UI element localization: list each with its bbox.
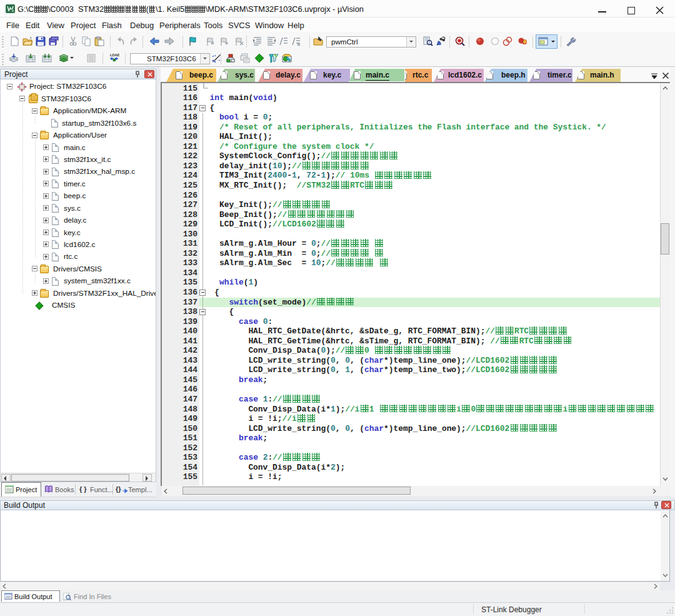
svg-text:LOAD: LOAD: [110, 53, 119, 57]
